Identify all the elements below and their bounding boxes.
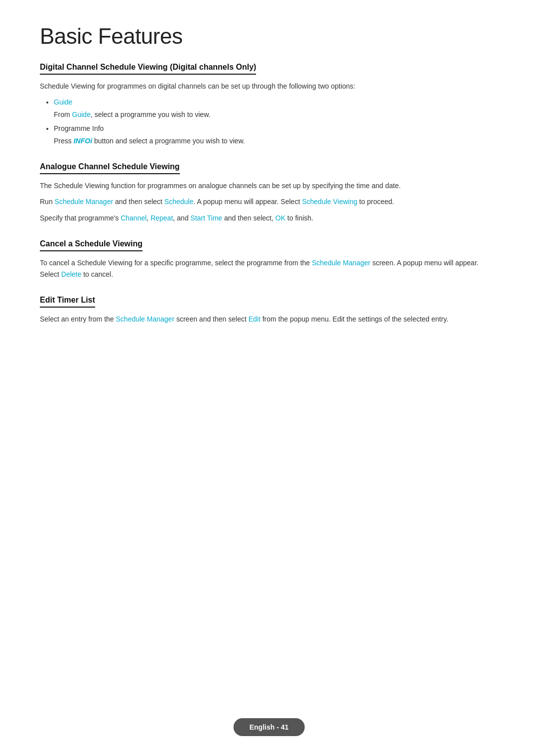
delete-link[interactable]: Delete [61, 270, 81, 278]
channel-link[interactable]: Channel [121, 214, 146, 222]
guide-link-1[interactable]: Guide [54, 98, 72, 106]
schedule-manager-link-3[interactable]: Schedule Manager [116, 315, 175, 323]
section-analogue: Analogue Channel Schedule Viewing The Sc… [40, 162, 498, 223]
schedule-link-1[interactable]: Schedule [164, 198, 193, 206]
analogue-para-3: Specify that programme's Channel, Repeat… [40, 213, 498, 223]
digital-bullet-list: Guide From Guide, select a programme you… [54, 97, 498, 146]
footer-badge: English - 41 [234, 718, 305, 736]
schedule-manager-link-2[interactable]: Schedule Manager [312, 259, 371, 267]
analogue-para-2: Run Schedule Manager and then select Sch… [40, 196, 498, 207]
digital-intro: Schedule Viewing for programmes on digit… [40, 81, 498, 92]
cancel-para-1: To cancel a Schedule Viewing for a speci… [40, 257, 498, 280]
section-heading-digital: Digital Channel Schedule Viewing (Digita… [40, 63, 256, 75]
ok-link[interactable]: OK [275, 214, 285, 222]
edit-timer-para-1: Select an entry from the Schedule Manage… [40, 314, 498, 324]
section-digital-channel: Digital Channel Schedule Viewing (Digita… [40, 63, 498, 146]
guide-link-2[interactable]: Guide [72, 110, 91, 118]
section-cancel: Cancel a Schedule Viewing To cancel a Sc… [40, 239, 498, 280]
analogue-para-1: The Schedule Viewing function for progra… [40, 180, 498, 191]
schedule-manager-link-1[interactable]: Schedule Manager [55, 198, 114, 206]
guide-subtext: From Guide, select a programme you wish … [54, 109, 498, 120]
section-heading-edit-timer: Edit Timer List [40, 296, 95, 308]
start-time-link[interactable]: Start Time [190, 214, 222, 222]
section-heading-cancel: Cancel a Schedule Viewing [40, 239, 142, 251]
section-edit-timer: Edit Timer List Select an entry from the… [40, 296, 498, 324]
programme-info-subtext: Press INFOi button and select a programm… [54, 135, 498, 146]
bullet-guide: Guide From Guide, select a programme you… [54, 97, 498, 120]
page-container: Basic Features Digital Channel Schedule … [0, 0, 538, 380]
edit-link[interactable]: Edit [249, 315, 261, 323]
schedule-viewing-link[interactable]: Schedule Viewing [302, 198, 357, 206]
section-heading-analogue: Analogue Channel Schedule Viewing [40, 162, 180, 174]
repeat-link[interactable]: Repeat [150, 214, 173, 222]
bullet-programme-info: Programme Info Press INFOi button and se… [54, 123, 498, 146]
info-link[interactable]: INFOi [74, 137, 92, 145]
page-title: Basic Features [40, 24, 498, 49]
